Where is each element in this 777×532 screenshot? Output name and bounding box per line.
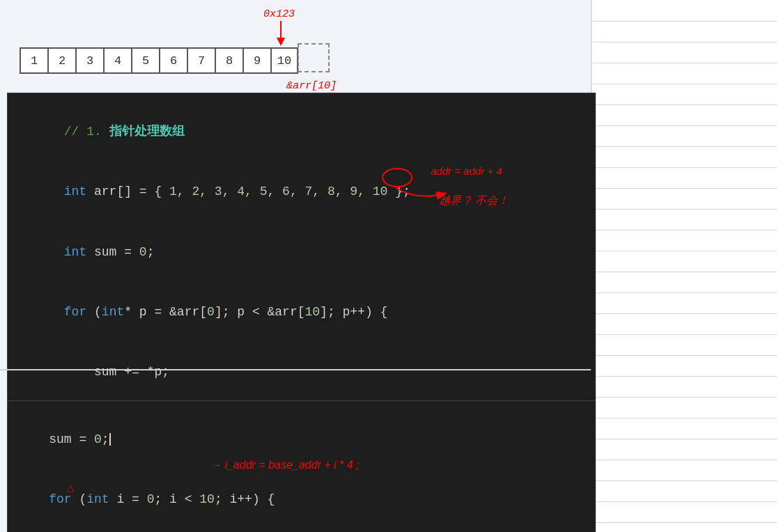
notebook-line <box>592 251 777 251</box>
array-cell-5: 5 <box>131 47 159 74</box>
arr-nums: 1, 2, 3, 4, 5, 6, 7, 8, 9, 10 <box>169 185 387 198</box>
code-for-line: for (int* p = &arr[0]; p < &arr[10]; p++… <box>19 282 584 342</box>
svg-marker-1 <box>277 38 285 46</box>
notebook-line <box>592 42 777 42</box>
for2-open: ( <box>72 492 87 506</box>
notebook-line <box>592 480 777 481</box>
array-cell-7: 7 <box>187 47 215 74</box>
notebook-line <box>592 272 777 272</box>
for-rest: ]; <box>320 305 342 319</box>
ppp-text: p++ <box>343 305 365 319</box>
cursor2 <box>109 433 111 446</box>
arr10-dashed-box <box>298 43 330 72</box>
array-cell-9: 9 <box>243 47 270 74</box>
array-cell-3: 3 <box>75 47 103 74</box>
keyword-int3: int <box>102 305 124 319</box>
addr-formula-annotation: addr = addr + 4 <box>431 165 502 177</box>
code-sum-line: sum += *p; <box>19 343 584 402</box>
ppp-circle-annotation <box>382 168 413 187</box>
notebook-line <box>592 439 777 439</box>
addr-label: 0x123 <box>263 8 295 20</box>
comment-title: 指针处理数组 <box>109 125 185 139</box>
zero-5: 0 <box>147 492 155 506</box>
sum-init: sum = <box>86 245 139 259</box>
code-comment-line: // 1. 指针处理数组 <box>19 102 584 162</box>
notebook-line <box>592 21 777 22</box>
array-cell-1: 1 <box>20 47 47 74</box>
ten-2: 10 <box>199 492 215 506</box>
arr-decl: arr[] = { <box>86 185 169 198</box>
kw-for2: for <box>49 492 71 506</box>
for2-inc: ; i++) { <box>215 492 275 506</box>
zero-2: 0 <box>207 305 215 319</box>
notebook-line <box>592 209 777 210</box>
keyword-for: for <box>64 305 86 319</box>
array-cell-2: 2 <box>47 47 75 74</box>
notebook-panel <box>591 0 777 532</box>
array-cell-8: 8 <box>215 47 243 74</box>
notebook-line <box>592 125 777 126</box>
comment-text: // 1. <box>64 125 109 139</box>
array-cell-10: 10 <box>270 47 298 74</box>
for2-body: i = <box>109 492 147 506</box>
zero-1: 0 <box>139 245 147 259</box>
notebook-line <box>592 376 777 377</box>
for-cond: ]; p < &arr[ <box>215 305 305 319</box>
delta-mark: △ <box>67 483 74 494</box>
semicolon-1: ; <box>147 245 155 259</box>
notebook-line <box>592 501 777 502</box>
notebook-line <box>592 167 777 168</box>
for-end: ) { <box>365 305 387 319</box>
keyword-int2: int <box>64 245 86 259</box>
boundary-annotation: 越界？ 不会！ <box>439 194 509 208</box>
notebook-line <box>592 313 777 314</box>
iaddr-annotation: → i_addr = base_addr + i * 4 ; <box>210 459 359 471</box>
code-sum-init-line: int sum = 0; <box>19 222 584 282</box>
kw-int4: int <box>86 492 109 506</box>
addr-arrow-icon <box>274 21 288 46</box>
notebook-line <box>592 84 777 84</box>
for-open: ( <box>86 305 102 319</box>
notebook-line <box>592 104 777 105</box>
notebook-line <box>592 397 777 398</box>
array-cell-4: 4 <box>103 47 131 74</box>
array-cells: 1 2 3 4 5 6 7 8 9 10 <box>20 47 298 74</box>
indent-1: sum += *p; <box>64 365 169 379</box>
keyword-int: int <box>64 185 86 198</box>
array-cell-6: 6 <box>159 47 187 74</box>
notebook-line <box>592 334 777 335</box>
for-body: * p = &arr[ <box>124 305 207 319</box>
code2-for-line: for (int i = 0; i < 10; i++) { <box>19 469 584 529</box>
array-diagram-area: 0x123 1 2 3 4 5 6 7 8 9 10 &arr[10] <box>0 0 338 101</box>
arr10-label: &arr[10] <box>286 80 337 92</box>
notebook-line <box>592 418 777 418</box>
for2-cond: ; i < <box>154 492 199 506</box>
notebook-line <box>592 460 777 460</box>
notebook-line <box>592 292 777 293</box>
ten-1: 10 <box>305 305 321 319</box>
sum-zero: sum = <box>49 432 94 446</box>
notebook-line <box>592 188 777 189</box>
notebook-line <box>592 355 777 356</box>
semicolon-2: ; <box>102 432 109 446</box>
notebook-line <box>592 146 777 147</box>
notebook-line <box>592 522 777 523</box>
notebook-line <box>592 63 777 63</box>
notebook-line <box>592 230 777 230</box>
section-separator <box>0 369 591 370</box>
zero-4: 0 <box>94 432 102 446</box>
